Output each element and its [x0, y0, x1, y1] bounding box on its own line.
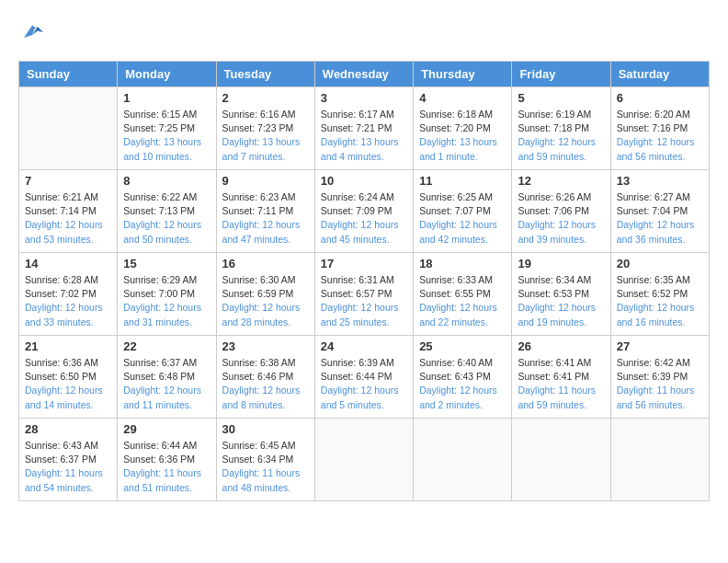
calendar-week-row: 1Sunrise: 6:15 AMSunset: 7:25 PMDaylight…: [19, 87, 710, 170]
calendar-day-cell: 24Sunrise: 6:39 AMSunset: 6:44 PMDayligh…: [314, 336, 413, 419]
sunset-text: Sunset: 7:16 PM: [617, 121, 703, 135]
sunrise-text: Sunrise: 6:38 AM: [222, 356, 309, 370]
day-info: Sunrise: 6:35 AMSunset: 6:52 PMDaylight:…: [617, 273, 703, 329]
calendar-day-cell: [610, 419, 709, 501]
daylight-text: Daylight: 11 hours and 59 minutes.: [518, 384, 604, 411]
day-number: 23: [222, 339, 309, 353]
weekday-header: Monday: [118, 62, 216, 87]
day-number: 4: [419, 91, 506, 105]
sunset-text: Sunset: 7:20 PM: [419, 121, 506, 135]
sunrise-text: Sunrise: 6:17 AM: [321, 108, 407, 121]
day-info: Sunrise: 6:39 AMSunset: 6:44 PMDaylight:…: [321, 356, 407, 412]
daylight-text: Daylight: 13 hours and 1 minute.: [419, 135, 506, 163]
sunrise-text: Sunrise: 6:31 AM: [321, 273, 407, 287]
day-info: Sunrise: 6:41 AMSunset: 6:41 PMDaylight:…: [518, 356, 604, 412]
sunset-text: Sunset: 6:48 PM: [123, 370, 210, 384]
daylight-text: Daylight: 12 hours and 47 minutes.: [222, 218, 309, 246]
day-number: 9: [222, 174, 309, 188]
day-number: 20: [617, 257, 703, 270]
daylight-text: Daylight: 11 hours and 54 minutes.: [25, 466, 111, 494]
calendar-day-cell: 27Sunrise: 6:42 AMSunset: 6:39 PMDayligh…: [610, 336, 709, 419]
sunset-text: Sunset: 7:25 PM: [123, 121, 210, 135]
daylight-text: Daylight: 12 hours and 28 minutes.: [222, 301, 309, 328]
sunset-text: Sunset: 6:44 PM: [321, 370, 407, 384]
day-info: Sunrise: 6:26 AMSunset: 7:06 PMDaylight:…: [518, 190, 604, 247]
sunset-text: Sunset: 6:43 PM: [419, 370, 506, 384]
calendar-day-cell: 1Sunrise: 6:15 AMSunset: 7:25 PMDaylight…: [118, 87, 216, 170]
day-number: 7: [25, 174, 111, 188]
sunrise-text: Sunrise: 6:36 AM: [25, 356, 111, 370]
calendar-day-cell: 25Sunrise: 6:40 AMSunset: 6:43 PMDayligh…: [414, 336, 512, 419]
sunset-text: Sunset: 6:52 PM: [617, 287, 703, 301]
day-number: 3: [321, 91, 407, 105]
calendar-day-cell: 19Sunrise: 6:34 AMSunset: 6:53 PMDayligh…: [512, 253, 610, 336]
day-number: 2: [222, 91, 309, 105]
sunset-text: Sunset: 6:34 PM: [222, 453, 309, 466]
sunset-text: Sunset: 6:50 PM: [25, 370, 111, 384]
day-info: Sunrise: 6:17 AMSunset: 7:21 PMDaylight:…: [321, 108, 407, 164]
day-number: 30: [222, 422, 309, 436]
sunset-text: Sunset: 7:09 PM: [321, 204, 407, 218]
calendar-day-cell: 28Sunrise: 6:43 AMSunset: 6:37 PMDayligh…: [19, 419, 118, 501]
day-info: Sunrise: 6:28 AMSunset: 7:02 PMDaylight:…: [25, 273, 111, 329]
calendar-day-cell: 18Sunrise: 6:33 AMSunset: 6:55 PMDayligh…: [414, 253, 512, 336]
daylight-text: Daylight: 12 hours and 36 minutes.: [617, 218, 703, 246]
daylight-text: Daylight: 13 hours and 10 minutes.: [123, 135, 210, 163]
daylight-text: Daylight: 12 hours and 5 minutes.: [321, 384, 407, 411]
sunrise-text: Sunrise: 6:34 AM: [518, 273, 604, 287]
sunrise-text: Sunrise: 6:28 AM: [25, 273, 111, 287]
day-info: Sunrise: 6:25 AMSunset: 7:07 PMDaylight:…: [419, 190, 506, 247]
day-info: Sunrise: 6:43 AMSunset: 6:37 PMDaylight:…: [25, 439, 111, 495]
sunset-text: Sunset: 6:46 PM: [222, 370, 309, 384]
sunrise-text: Sunrise: 6:22 AM: [123, 190, 210, 204]
daylight-text: Daylight: 12 hours and 56 minutes.: [617, 135, 703, 163]
sunrise-text: Sunrise: 6:18 AM: [419, 108, 506, 121]
day-number: 18: [419, 257, 506, 270]
sunrise-text: Sunrise: 6:33 AM: [419, 273, 506, 287]
daylight-text: Daylight: 12 hours and 2 minutes.: [419, 384, 506, 411]
day-info: Sunrise: 6:42 AMSunset: 6:39 PMDaylight:…: [617, 356, 703, 412]
day-info: Sunrise: 6:16 AMSunset: 7:23 PMDaylight:…: [222, 108, 309, 164]
calendar-day-cell: [314, 419, 413, 501]
sunrise-text: Sunrise: 6:21 AM: [25, 190, 111, 204]
daylight-text: Daylight: 12 hours and 25 minutes.: [321, 301, 407, 328]
day-number: 22: [123, 339, 210, 353]
sunrise-text: Sunrise: 6:27 AM: [617, 190, 703, 204]
day-number: 17: [321, 257, 407, 270]
logo: [18, 18, 50, 46]
daylight-text: Daylight: 12 hours and 22 minutes.: [419, 301, 506, 328]
sunset-text: Sunset: 7:18 PM: [518, 121, 604, 135]
calendar-table: SundayMondayTuesdayWednesdayThursdayFrid…: [18, 61, 710, 501]
sunrise-text: Sunrise: 6:24 AM: [321, 190, 407, 204]
calendar-header-row: SundayMondayTuesdayWednesdayThursdayFrid…: [19, 62, 710, 87]
daylight-text: Daylight: 13 hours and 4 minutes.: [321, 135, 407, 163]
calendar-day-cell: 17Sunrise: 6:31 AMSunset: 6:57 PMDayligh…: [314, 253, 413, 336]
day-info: Sunrise: 6:44 AMSunset: 6:36 PMDaylight:…: [123, 439, 210, 495]
sunrise-text: Sunrise: 6:42 AM: [617, 356, 703, 370]
daylight-text: Daylight: 11 hours and 56 minutes.: [617, 384, 703, 411]
calendar-day-cell: 8Sunrise: 6:22 AMSunset: 7:13 PMDaylight…: [118, 170, 216, 253]
sunrise-text: Sunrise: 6:40 AM: [419, 356, 506, 370]
calendar-day-cell: 14Sunrise: 6:28 AMSunset: 7:02 PMDayligh…: [19, 253, 118, 336]
day-info: Sunrise: 6:40 AMSunset: 6:43 PMDaylight:…: [419, 356, 506, 412]
day-info: Sunrise: 6:21 AMSunset: 7:14 PMDaylight:…: [25, 190, 111, 247]
day-number: 1: [123, 91, 210, 105]
calendar-day-cell: 12Sunrise: 6:26 AMSunset: 7:06 PMDayligh…: [512, 170, 610, 253]
sunset-text: Sunset: 7:04 PM: [617, 204, 703, 218]
day-number: 26: [518, 339, 604, 353]
day-number: 10: [321, 174, 407, 188]
calendar-day-cell: 2Sunrise: 6:16 AMSunset: 7:23 PMDaylight…: [216, 87, 314, 170]
sunset-text: Sunset: 7:07 PM: [419, 204, 506, 218]
calendar-week-row: 28Sunrise: 6:43 AMSunset: 6:37 PMDayligh…: [19, 419, 710, 501]
daylight-text: Daylight: 12 hours and 50 minutes.: [123, 218, 210, 246]
day-info: Sunrise: 6:23 AMSunset: 7:11 PMDaylight:…: [222, 190, 309, 247]
sunset-text: Sunset: 6:53 PM: [518, 287, 604, 301]
calendar-day-cell: 21Sunrise: 6:36 AMSunset: 6:50 PMDayligh…: [19, 336, 118, 419]
day-number: 24: [321, 339, 407, 353]
day-number: 8: [123, 174, 210, 188]
calendar-day-cell: 29Sunrise: 6:44 AMSunset: 6:36 PMDayligh…: [118, 419, 216, 501]
daylight-text: Daylight: 12 hours and 8 minutes.: [222, 384, 309, 411]
sunset-text: Sunset: 6:59 PM: [222, 287, 309, 301]
daylight-text: Daylight: 12 hours and 31 minutes.: [123, 301, 210, 328]
sunset-text: Sunset: 7:14 PM: [25, 204, 111, 218]
